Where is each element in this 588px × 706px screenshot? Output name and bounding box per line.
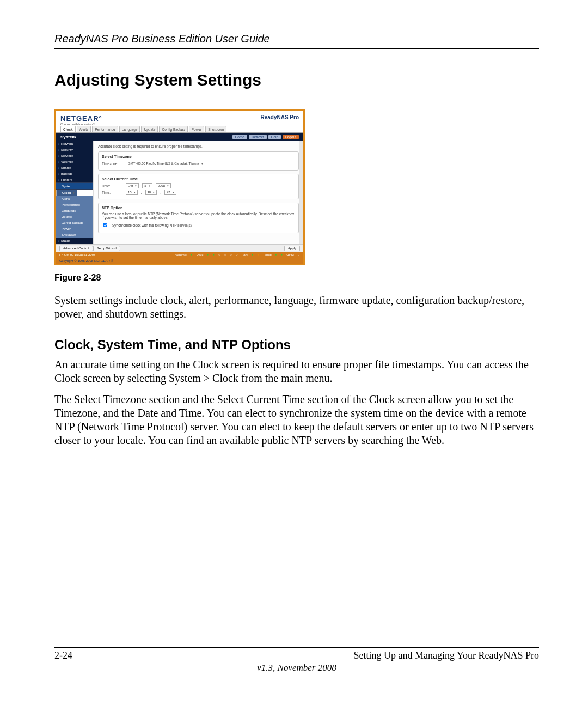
refresh-button[interactable]: Refresh	[249, 135, 267, 139]
timezone-panel: Select Timezone Timezone: GMT -08:00 Pac…	[98, 151, 299, 171]
time-label: Time:	[102, 191, 122, 194]
sidebar-item-volumes[interactable]: ›Volumes	[56, 159, 93, 165]
sidebar-sub-alerts[interactable]: Alerts	[56, 196, 93, 202]
home-button[interactable]: Home	[232, 135, 247, 139]
sidebar-sub-shutdown[interactable]: Shutdown	[56, 232, 93, 238]
advanced-control-button[interactable]: Advanced Control	[59, 246, 93, 251]
section-rule	[54, 93, 539, 93]
copyright-footer: Copyright © 1996-2008 NETGEAR ®	[56, 258, 303, 264]
time-hour-select[interactable]: 15	[126, 190, 138, 195]
running-head: ReadyNAS Pro Business Edition User Guide	[54, 33, 539, 45]
sidebar-sub-clock[interactable]: Clock	[56, 190, 77, 196]
sidebar: ›Network ›Security ›Services ›Volumes ›S…	[56, 141, 93, 244]
info-note: Accurate clock setting is required to en…	[98, 144, 299, 148]
tab-clock[interactable]: Clock	[60, 126, 76, 132]
tab-performance[interactable]: Performance	[92, 126, 118, 132]
sidebar-sub-config-backup[interactable]: Config Backup	[56, 220, 93, 226]
date-label: Date:	[102, 184, 122, 188]
embedded-screenshot: NETGEAR° Connect with Innovation™ ReadyN…	[54, 109, 305, 265]
status-temp-label: Temp:	[263, 253, 272, 257]
sidebar-sub-update[interactable]: Update	[56, 214, 93, 220]
status-strip: Fri Oct 03 15:38:51 2008 Volume: Disk: F…	[56, 252, 303, 258]
ntp-heading: NTP Option	[102, 206, 295, 210]
sidebar-sub-language[interactable]: Language	[56, 208, 93, 214]
date-year-select[interactable]: 2008	[156, 183, 171, 188]
product-name: ReadyNAS Pro	[260, 114, 299, 120]
section-heading: Adjusting System Settings	[54, 71, 539, 89]
tab-language[interactable]: Language	[119, 126, 140, 132]
sidebar-item-status[interactable]: ›Status	[56, 238, 93, 244]
sidebar-item-backup[interactable]: ›Backup	[56, 171, 93, 177]
status-ups-label: UPS:	[286, 253, 294, 257]
paragraph-2: An accurate time setting on the Clock sc…	[54, 358, 539, 385]
scrollbar[interactable]	[299, 141, 303, 244]
current-time-panel: Select Current Time Date: Oct 3 2008 Tim…	[98, 174, 299, 199]
tab-update[interactable]: Update	[141, 126, 158, 132]
date-day-select[interactable]: 3	[142, 183, 152, 188]
sidebar-item-network[interactable]: ›Network	[56, 141, 93, 147]
time-min-select[interactable]: 38	[145, 190, 157, 195]
tab-power[interactable]: Power	[189, 126, 204, 132]
sidebar-item-printers[interactable]: ›Printers	[56, 177, 93, 183]
ntp-panel: NTP Option You can use a local or public…	[98, 203, 299, 233]
apply-button[interactable]: Apply	[284, 246, 300, 251]
footer-version: v1.3, November 2008	[54, 662, 539, 673]
status-disk-label: Disk:	[196, 253, 203, 257]
time-sec-select[interactable]: 47	[164, 190, 176, 195]
help-button[interactable]: Help	[268, 135, 281, 139]
status-fan-label: Fan:	[242, 253, 248, 257]
subsection-heading: Clock, System Time, and NTP Options	[54, 337, 539, 352]
tab-config-backup[interactable]: Config Backup	[159, 126, 187, 132]
sidebar-item-system[interactable]: ˅System	[56, 183, 93, 190]
current-time-heading: Select Current Time	[102, 177, 295, 181]
ntp-sync-label: Synchronize clock with the following NTP…	[112, 223, 193, 227]
sidebar-sub-power[interactable]: Power	[56, 226, 93, 232]
logout-button[interactable]: Logout	[283, 135, 299, 139]
sidebar-item-shares[interactable]: ›Shares	[56, 165, 93, 171]
sidebar-sub-performance[interactable]: Performance	[56, 202, 93, 208]
page-number: 2-24	[54, 650, 72, 661]
brand-logo: NETGEAR° Connect with Innovation™	[60, 114, 102, 126]
tab-shutdown[interactable]: Shutdown	[205, 126, 226, 132]
paragraph-3: The Select Timezone section and the Sele…	[54, 393, 539, 447]
ntp-sync-checkbox[interactable]	[103, 223, 108, 228]
setup-wizard-button[interactable]: Setup Wizard	[93, 246, 120, 251]
paragraph-1: System settings include clock, alert, pe…	[54, 294, 539, 321]
tab-alerts[interactable]: Alerts	[77, 126, 91, 132]
status-volume-label: Volume:	[175, 253, 187, 257]
footer-chapter: Setting Up and Managing Your ReadyNAS Pr…	[354, 650, 540, 661]
breadcrumb: System	[60, 135, 76, 139]
figure-caption: Figure 2-28	[54, 273, 539, 283]
timezone-select[interactable]: GMT -08:00 Pacific Time (US & Canada); T…	[126, 161, 205, 166]
date-month-select[interactable]: Oct	[126, 183, 139, 188]
timezone-label: Timezone:	[102, 162, 122, 166]
tab-row: Clock Alerts Performance Language Update…	[56, 126, 303, 133]
timezone-heading: Select Timezone	[102, 155, 295, 159]
sidebar-item-services[interactable]: ›Services	[56, 153, 93, 159]
status-datetime: Fri Oct 03 15:38:51 2008	[59, 253, 95, 257]
ntp-description: You can use a local or public NTP (Netwo…	[102, 212, 295, 220]
sidebar-item-security[interactable]: ›Security	[56, 147, 93, 153]
header-rule	[54, 48, 539, 49]
